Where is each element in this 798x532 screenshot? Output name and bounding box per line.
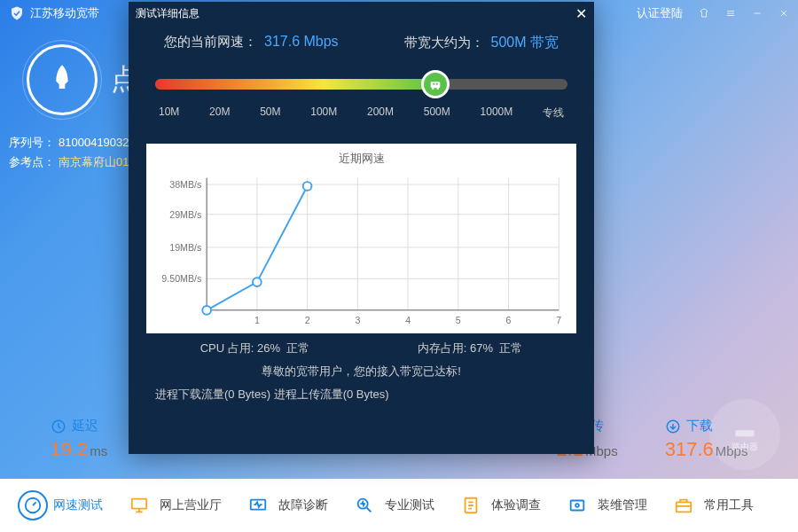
svg-text:19MB/s: 19MB/s [169,242,201,253]
svg-rect-16 [436,83,438,85]
cpu-value: 26% [257,341,280,355]
tick: 200M [367,106,394,121]
traffic-down-value: (0 Bytes) [224,387,270,401]
tick: 20M [209,106,230,121]
nav-diagnosis[interactable]: 故障诊断 [234,485,337,526]
watermark-badge: 路由器 [709,399,780,470]
chart-canvas: 9.50MB/s19MB/s29MB/s38MB/s1234567 [155,170,567,330]
svg-point-42 [253,278,262,286]
bandwidth-label: 带宽大约为： [404,35,484,50]
current-speed-label: 您的当前网速： [164,34,257,49]
gauge-ticks: 10M 20M 50M 100M 200M 500M 1000M 专线 [155,106,567,121]
bottom-nav: 网速测试 网上营业厅 故障诊断 专业测试 体验调查 装维管理 常用工具 [0,479,798,532]
tick: 1000M [481,106,513,121]
serial-label: 序列号： [9,133,55,153]
svg-rect-15 [434,83,435,85]
traffic-up-value: (0 Bytes) [343,387,389,401]
traffic-up-label: 进程上传流量 [274,387,343,401]
menu-icon[interactable] [725,8,736,19]
modal-title: 测试详细信息 [136,6,200,21]
info-panel: 序列号：81000419032666 参考点：南京幕府山01 [9,133,148,172]
bandwidth-value: 500M 带宽 [491,35,559,50]
status-message: 尊敬的宽带用户，您的接入带宽已达标! [146,364,576,379]
rocket-icon [27,44,98,115]
cpu-label: CPU 占用: [200,341,254,355]
nav-label: 体验调查 [491,497,541,513]
tick: 100M [310,106,337,121]
svg-text:9.50MB/s: 9.50MB/s [161,273,201,284]
gauge-thumb-icon [421,70,450,98]
wrench-icon [562,490,592,520]
current-speed-value: 317.6 Mbps [264,34,339,49]
hero-test-button[interactable]: 点 [27,44,139,115]
svg-rect-12 [431,82,441,88]
auth-login-link[interactable]: 认证登陆 [637,5,683,21]
svg-point-14 [437,87,440,90]
monitor-icon [124,490,154,520]
svg-text:7: 7 [556,315,561,325]
mem-label: 内存占用: [418,341,467,355]
svg-text:1: 1 [254,315,260,325]
ref-value[interactable]: 南京幕府山01 [59,153,129,172]
clock-icon [51,419,66,434]
svg-text:2: 2 [305,315,310,325]
latency-stat: 延迟 19.2ms [51,418,108,461]
nav-label: 专业测试 [385,497,434,513]
gauge-icon [18,490,48,520]
svg-point-13 [432,87,434,90]
nav-tools[interactable]: 常用工具 [660,485,763,526]
nav-pro-test[interactable]: 专业测试 [340,485,443,526]
nav-online-hall[interactable]: 网上营业厅 [115,485,231,526]
app-title: 江苏移动宽带 [30,5,99,21]
nav-survey[interactable]: 体验调查 [447,485,550,526]
nav-label: 装维管理 [598,497,647,513]
svg-text:3: 3 [355,315,360,325]
skin-icon[interactable] [699,8,709,19]
svg-rect-5 [132,499,147,509]
minimize-icon[interactable] [752,8,763,19]
svg-text:4: 4 [405,315,411,325]
tick: 50M [260,106,280,121]
chart-title: 近期网速 [155,151,567,167]
mem-status: 正常 [499,341,522,355]
tick: 500M [424,106,450,121]
tick: 专线 [543,106,564,121]
ref-label: 参考点： [9,153,55,172]
svg-text:38MB/s: 38MB/s [169,179,201,190]
svg-point-10 [575,504,579,507]
bandwidth-gauge: 10M 20M 50M 100M 200M 500M 1000M 专线 [146,61,576,129]
magnify-icon [349,490,379,520]
svg-point-43 [303,182,312,191]
recent-speed-chart: 近期网速 9.50MB/s19MB/s29MB/s38MB/s1234567 [146,144,576,333]
clipboard-icon [456,490,486,520]
nav-speed-test[interactable]: 网速测试 [9,485,112,526]
nav-label: 常用工具 [704,497,754,513]
watermark-text: 路由器 [732,441,758,453]
nav-maintenance[interactable]: 装维管理 [553,485,656,526]
svg-text:29MB/s: 29MB/s [169,209,201,220]
diagnosis-icon [243,490,273,520]
modal-close-icon[interactable]: ✕ [575,5,587,22]
download-value: 317.6 [665,438,714,460]
svg-point-41 [202,306,211,315]
nav-label: 网上营业厅 [160,497,222,513]
test-detail-modal: 测试详细信息 ✕ 您的当前网速：317.6 Mbps 带宽大约为：500M 带宽… [129,2,594,454]
svg-rect-3 [736,430,755,436]
svg-text:5: 5 [456,315,461,325]
traffic-down-label: 进程下载流量 [155,387,224,401]
latency-unit: ms [90,443,107,458]
latency-value: 19.2 [51,438,89,460]
download-icon [665,419,681,434]
gauge-fill [155,79,435,90]
modal-titlebar[interactable]: 测试详细信息 ✕ [129,2,594,25]
nav-label: 故障诊断 [278,497,328,513]
close-icon[interactable] [778,8,789,19]
mem-value: 67% [470,341,493,355]
cpu-status: 正常 [286,341,309,355]
latency-label: 延迟 [72,418,98,434]
tick: 10M [159,106,179,121]
svg-text:6: 6 [506,315,512,325]
svg-rect-9 [571,501,584,511]
nav-label: 网速测试 [53,497,103,513]
shield-logo-icon [9,5,25,21]
